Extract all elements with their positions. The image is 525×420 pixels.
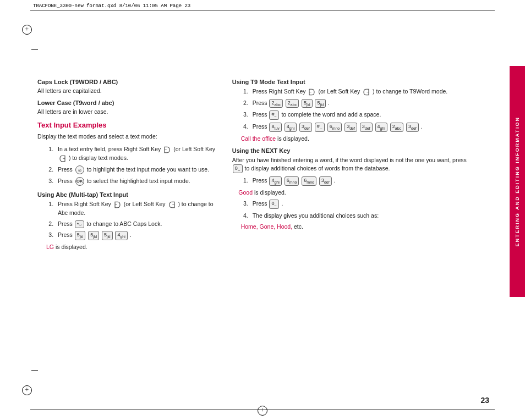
key-4ghi-b: 4ghi: [375, 123, 387, 132]
side-tab: ENTERING AND EDITING INFORMATION: [510, 66, 525, 297]
page-border-top: [30, 10, 495, 10]
key-4shi: 4ghi: [269, 176, 281, 186]
caps-lock-text: All letters are capitalized.: [37, 87, 221, 95]
lower-case-title: Lower Case (T9word / abc): [37, 100, 221, 106]
key-3def-d: 3def: [406, 123, 419, 132]
key-6mno-b: 6mno: [285, 176, 299, 186]
key-5a: 5jkl: [75, 231, 86, 240]
reg-mark-top-left: [22, 25, 32, 35]
key-2def: 2abc: [390, 123, 403, 132]
abc-steps: Press Right Soft Key (or Left Soft Key )…: [46, 200, 221, 240]
reg-mark-bottom-center: [258, 406, 267, 416]
header-text: TRACFONE_3300-new format.qxd 8/10/06 11:…: [33, 3, 190, 9]
text-input-steps: In a text entry field, press Right Soft …: [46, 145, 221, 186]
abc-step-3: Press 5jkl 5jkl 5jkl 4ghi .: [55, 231, 221, 240]
next-step-3: Press 0⌣ .: [250, 200, 470, 209]
step-3: Press OK to select the highlighted text …: [55, 177, 221, 186]
key-2abc-a: 2abc: [269, 99, 282, 108]
key-6mno-c: 6mno: [302, 176, 316, 186]
etc-text: etc.: [294, 223, 303, 230]
lg-displayed: LG is displayed.: [46, 244, 221, 250]
key-4ghi-a: 4ghi: [285, 123, 297, 132]
key-3def-a: 3def: [299, 123, 312, 132]
key-0next-b: 0⌣: [269, 200, 279, 209]
lower-case-text: All letters are in lower case.: [37, 108, 221, 116]
side-tab-text: ENTERING AND EDITING INFORMATION: [515, 117, 520, 247]
page-number: 23: [480, 396, 489, 405]
key-star: *⌣: [75, 220, 85, 229]
good-text: Good: [238, 189, 253, 196]
t9-steps: Press Right Soft Key (or Left Soft Key )…: [241, 87, 470, 132]
step-1: In a text entry field, press Right Soft …: [55, 145, 221, 162]
key-3def-b: 3def: [344, 123, 357, 132]
next-step-4: The display gives you additional choices…: [250, 212, 470, 220]
call-office-displayed: Call the office is displayed.: [241, 135, 470, 142]
abc-step-1: Press Right Soft Key (or Left Soft Key )…: [55, 200, 221, 217]
step-2: Press ◎ to highlight the text input mode…: [55, 165, 221, 174]
abc-heading: Using Abc (Multi-tap) Text Input: [37, 191, 221, 198]
home-text: Home, Gone, Hood,: [241, 223, 292, 230]
key-5b: 5jkl: [88, 231, 99, 240]
key-hash-a: #⌣: [315, 123, 325, 132]
key-4a: 4ghi: [115, 231, 127, 240]
call-office-text: Call the office: [241, 135, 276, 142]
caps-lock-title: Caps Lock (T9WORD / ABC): [37, 79, 221, 85]
next-key-intro: After you have finished entering a word,…: [232, 156, 470, 174]
page-border-bottom: [30, 410, 495, 410]
key-2abc-b: 2abc: [286, 99, 299, 108]
reg-mark-bottom-left: [22, 385, 32, 395]
left-column: Caps Lock (T9WORD / ABC) All letters are…: [37, 21, 232, 398]
t9-heading: Using T9 Mode Text Input: [232, 79, 470, 85]
next-step-1: Press 4ghi 6mno 6mno 3def .: [250, 176, 470, 186]
right-column: Using T9 Mode Text Input Press Right Sof…: [232, 21, 470, 398]
key-hash-space: #⌣: [269, 110, 279, 120]
text-input-examples-heading: Text Input Examples: [37, 121, 221, 129]
header: TRACFONE_3300-new format.qxd 8/10/06 11:…: [33, 3, 492, 9]
key-5c: 5jkl: [102, 231, 113, 240]
key-6mno-a: 6mno: [327, 123, 342, 132]
next-key-heading: Using the NEXT Key: [232, 147, 470, 154]
key-8tuv: 8tuv: [269, 123, 281, 132]
choices-text: Home, Gone, Hood, etc.: [241, 223, 470, 230]
main-content: Caps Lock (T9WORD / ABC) All letters are…: [37, 21, 470, 398]
t9-step-4: Press 8tuv 4ghi 3def #⌣ 6mno 3def 3def 4…: [250, 123, 470, 132]
key-3def-c: 3def: [360, 123, 373, 132]
abc-step-2: Press *⌣ to change to ABC Caps Lock.: [55, 220, 221, 229]
next-step-2-good: Good is displayed.: [232, 189, 470, 197]
text-input-intro: Display the text modes and select a text…: [37, 132, 221, 141]
lg-text: LG: [46, 244, 54, 250]
key-5jkl: 5jkl: [302, 99, 313, 108]
next-key-steps: Press 4ghi 6mno 6mno 3def . Good is disp…: [241, 176, 470, 220]
t9-step-2: Press 2abc 2abc 5jkl 5jkl .: [250, 99, 470, 108]
key-0next: 0⌣: [233, 164, 243, 174]
t9-step-1: Press Right Soft Key (or Left Soft Key )…: [250, 87, 470, 96]
key-5m: 5jkl: [315, 99, 326, 108]
key-3def-e: 3def: [319, 176, 332, 186]
t9-step-3: Press #⌣ to complete the word and add a …: [250, 110, 470, 120]
